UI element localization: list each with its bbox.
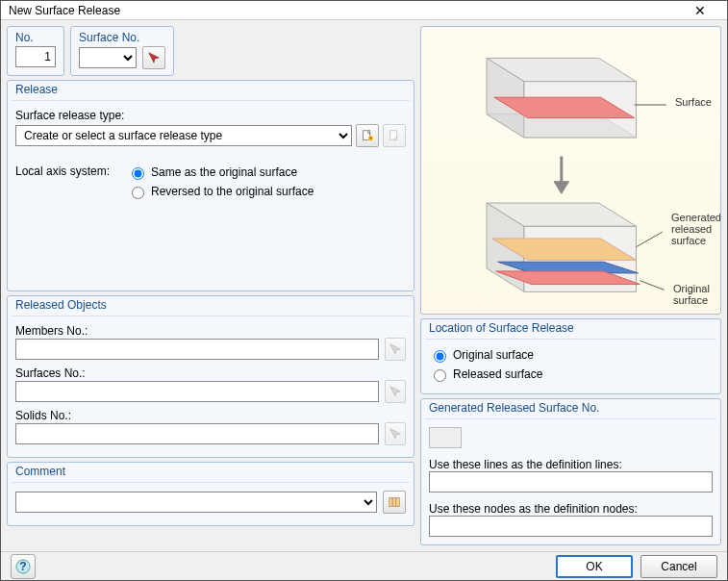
members-input[interactable] — [15, 339, 379, 360]
comment-select[interactable] — [15, 492, 377, 513]
close-icon[interactable]: ✕ — [681, 3, 719, 18]
axis-same-option[interactable]: Same as the original surface — [127, 164, 314, 180]
def-lines-input[interactable] — [429, 471, 713, 493]
solids-pick-icon[interactable] — [385, 422, 406, 445]
left-column: No. Surface No. Release Surface release … — [7, 26, 414, 545]
release-type-label: Surface release type: — [15, 109, 406, 122]
svg-line-20 — [637, 232, 663, 247]
def-nodes-label: Use these nodes as the definition nodes: — [429, 502, 713, 516]
dialog-title: New Surface Release — [9, 4, 681, 17]
comment-group: Comment — [7, 462, 414, 526]
pick-icon[interactable] — [142, 46, 165, 69]
members-label: Members No.: — [15, 324, 406, 338]
surfaces-label: Surfaces No.: — [15, 366, 406, 380]
svg-marker-13 — [554, 182, 569, 194]
surface-no-select[interactable] — [79, 47, 137, 68]
generated-no-display — [429, 427, 462, 448]
members-pick-icon[interactable] — [385, 338, 406, 361]
cancel-button[interactable]: Cancel — [640, 555, 717, 578]
def-nodes-input[interactable] — [429, 516, 713, 537]
generated-title: Generated Released Surface No. — [425, 401, 716, 419]
location-title: Location of Surface Release — [425, 321, 716, 340]
edit-icon[interactable] — [383, 124, 406, 147]
preview-panel: Surface Generated released surface Origi… — [420, 26, 721, 315]
location-original-radio[interactable] — [434, 350, 446, 363]
svg-line-21 — [640, 281, 664, 290]
titlebar: New Surface Release ✕ — [1, 1, 727, 20]
content-area: No. Surface No. Release Surface release … — [1, 20, 727, 551]
callout-original: Original surface — [673, 283, 721, 306]
comment-title: Comment — [12, 465, 410, 483]
axis-reversed-label: Reversed to the original surface — [151, 185, 314, 198]
footer: ? OK Cancel — [1, 551, 727, 580]
surface-no-group: Surface No. — [70, 26, 174, 76]
location-released-radio[interactable] — [434, 369, 446, 382]
svg-text:?: ? — [19, 560, 26, 573]
dialog-window: New Surface Release ✕ No. Surface No. — [0, 0, 728, 581]
no-label: No. — [15, 31, 56, 44]
axis-reversed-option[interactable]: Reversed to the original surface — [127, 184, 314, 199]
no-input[interactable] — [15, 46, 56, 67]
callout-generated: Generated released surface — [671, 212, 721, 246]
surfaces-pick-icon[interactable] — [385, 380, 406, 403]
svg-rect-3 — [389, 498, 393, 507]
solids-input[interactable] — [15, 423, 379, 444]
location-released-option[interactable]: Released surface — [429, 366, 713, 382]
new-doc-icon[interactable] — [356, 124, 379, 147]
axis-same-radio[interactable] — [132, 167, 144, 180]
generated-group: Generated Released Surface No. Use these… — [420, 398, 721, 545]
library-icon[interactable] — [383, 491, 406, 514]
axis-reversed-radio[interactable] — [132, 187, 144, 199]
release-group: Release Surface release type: Create or … — [7, 80, 414, 291]
release-type-select[interactable]: Create or select a surface release type — [15, 125, 352, 146]
solids-label: Solids No.: — [15, 409, 406, 422]
surfaces-input[interactable] — [15, 381, 379, 402]
no-group: No. — [7, 26, 64, 76]
release-title: Release — [12, 83, 410, 101]
top-row: No. Surface No. — [7, 26, 414, 76]
ok-button[interactable]: OK — [556, 555, 633, 578]
svg-rect-5 — [396, 498, 400, 507]
released-objects-title: Released Objects — [12, 298, 410, 316]
released-objects-group: Released Objects Members No.: Surfaces N… — [7, 295, 414, 458]
def-lines-label: Use these lines as the definition lines: — [429, 458, 713, 471]
location-original-label: Original surface — [453, 348, 534, 362]
location-released-label: Released surface — [453, 367, 542, 381]
location-group: Location of Surface Release Original sur… — [420, 318, 721, 394]
axis-label: Local axis system: — [15, 164, 121, 178]
callout-surface: Surface — [675, 96, 712, 108]
surface-no-label: Surface No. — [79, 31, 165, 44]
preview-illustration — [421, 27, 720, 314]
help-icon[interactable]: ? — [11, 554, 36, 579]
location-original-option[interactable]: Original surface — [429, 347, 713, 363]
right-column: Surface Generated released surface Origi… — [420, 26, 721, 545]
axis-same-label: Same as the original surface — [151, 165, 297, 179]
svg-rect-4 — [392, 498, 396, 507]
